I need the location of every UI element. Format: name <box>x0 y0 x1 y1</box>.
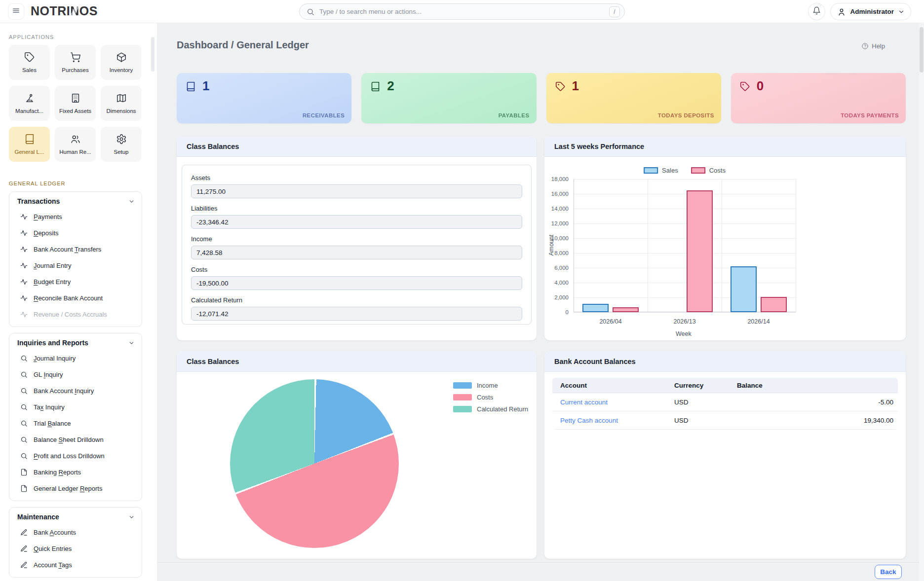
group-header-maintenance[interactable]: Maintenance <box>9 508 142 524</box>
sidebar-group-transactions: TransactionsPaymentsDepositsBank Account… <box>9 191 142 327</box>
sidebar-item-revenue-costs-accruals: Revenue / Costs Accruals <box>9 306 142 323</box>
sidebar-item-label: GL Inquiry <box>34 371 63 378</box>
sidebar: APPLICATIONS SalesPurchasesInventoryManu… <box>0 23 157 581</box>
main-content: Dashboard / General Ledger Help 1RECEIVA… <box>157 23 924 581</box>
sidebar-item-account-tags[interactable]: Account Tags <box>9 557 142 573</box>
legend-label: Costs <box>477 394 493 401</box>
form-field-costs: Costs-19,500.00 <box>191 266 522 290</box>
sidebar-item-payments[interactable]: Payments <box>9 209 142 225</box>
stat-card-todays-payments[interactable]: 0TODAYS PAYMENTS <box>731 73 906 123</box>
sidebar-item-label: Journal Entry <box>34 262 72 269</box>
group-header-transactions[interactable]: Transactions <box>9 192 142 209</box>
sidebar-item-label: General Ledger Reports <box>34 485 102 492</box>
bar-sales-2026-14 <box>731 266 757 312</box>
stat-card-payables[interactable]: 2PAYABLES <box>361 73 536 123</box>
sidebar-item-gl-inquiry[interactable]: GL Inquiry <box>9 366 142 383</box>
class-balances-fieldset: Assets11,275.00Liabilities-23,346.42Inco… <box>182 165 532 325</box>
bank-accounts-table: AccountCurrencyBalanceCurrent accountUSD… <box>552 378 898 430</box>
x-axis-tick: 2026/04 <box>583 318 638 325</box>
activity-icon <box>20 278 28 286</box>
gear-icon <box>116 134 127 145</box>
sidebar-item-bank-accounts[interactable]: Bank Accounts <box>9 524 142 541</box>
sidebar-group-maintenance: MaintenanceBank AccountsQuick EntriesAcc… <box>9 507 142 578</box>
sidebar-item-label: Bank Account Inquiry <box>34 387 94 395</box>
shortcut-key-badge: / <box>609 6 620 17</box>
search-input[interactable] <box>319 8 604 15</box>
sidebar-item-journal-entry[interactable]: Journal Entry <box>9 257 142 274</box>
stat-cards-row: 1RECEIVABLES2PAYABLES1TODAYS DEPOSITS0TO… <box>177 73 906 123</box>
notifications-button[interactable] <box>808 3 825 20</box>
sidebar-item-bank-account-transfers[interactable]: Bank Account Transfers <box>9 241 142 257</box>
page-scrollbar-thumb[interactable] <box>920 27 924 73</box>
sidebar-item-banking-reports[interactable]: Banking Reports <box>9 464 142 480</box>
x-axis-tick: 2026/13 <box>657 318 712 325</box>
sidebar-item-deposits[interactable]: Deposits <box>9 225 142 241</box>
sidebar-item-quick-entries[interactable]: Quick Entries <box>9 541 142 557</box>
field-label: Calculated Return <box>191 296 522 304</box>
form-field-income: Income7,428.58 <box>191 235 522 259</box>
form-field-assets: Assets11,275.00 <box>191 174 522 198</box>
sidebar-item-bank-account-inquiry[interactable]: Bank Account Inquiry <box>9 383 142 399</box>
app-tile-sales[interactable]: Sales <box>9 45 50 80</box>
topbar: NOTRINOS / Administrator <box>0 0 924 23</box>
field-label: Income <box>191 235 522 243</box>
sidebar-item-label: Tax Inquiry <box>34 403 65 411</box>
account-link-petty-cash-account[interactable]: Petty Cash account <box>560 417 618 424</box>
field-value-assets[interactable]: 11,275.00 <box>191 184 522 198</box>
global-search[interactable]: / <box>299 3 625 20</box>
panel-title: Class Balances <box>177 136 537 157</box>
performance-panel: Last 5 weeks Performance 02,0004,0006,00… <box>544 136 906 340</box>
panel-title: Bank Account Balances <box>544 351 906 372</box>
table-header-row: AccountCurrencyBalance <box>552 378 898 393</box>
page-scrollbar[interactable] <box>919 23 924 581</box>
menu-button[interactable] <box>8 3 24 20</box>
sidebar-item-profit-and-loss-drilldown[interactable]: Profit and Loss Drilldown <box>9 448 142 464</box>
sidebar-item-journal-inquiry[interactable]: Journal Inquiry <box>9 350 142 366</box>
sidebar-item-label: Account Tags <box>34 561 72 569</box>
sidebar-item-trial-balance[interactable]: Trial Balance <box>9 415 142 432</box>
form-field-calculated-return: Calculated Return-12,071.42 <box>191 296 522 321</box>
account-link-current-account[interactable]: Current account <box>560 399 608 406</box>
sidebar-item-label: Banking Reports <box>34 469 81 476</box>
sidebar-item-reconcile-bank-account[interactable]: Reconcile Bank Account <box>9 290 142 306</box>
sidebar-item-label: Trial Balance <box>34 420 71 427</box>
app-tile-general-l[interactable]: General L... <box>9 127 50 162</box>
sidebar-scrollbar-thumb[interactable] <box>151 37 154 72</box>
y-axis-tick: 2,000 <box>544 294 569 300</box>
column-header-balance: Balance <box>737 382 898 389</box>
app-tile-human-re[interactable]: Human Re... <box>55 127 96 162</box>
help-icon <box>861 42 869 50</box>
pie-legend-item-calculated-return: Calculated Return <box>453 405 528 413</box>
app-tile-fixed-assets[interactable]: Fixed Assets <box>55 86 96 121</box>
app-tile-inventory[interactable]: Inventory <box>101 45 142 80</box>
search-icon <box>307 8 314 16</box>
help-link[interactable]: Help <box>861 42 885 50</box>
stat-card-todays-deposits[interactable]: 1TODAYS DEPOSITS <box>546 73 721 123</box>
pencil-icon <box>20 561 28 569</box>
field-value-income[interactable]: 7,428.58 <box>191 246 522 259</box>
sidebar-item-general-ledger-reports[interactable]: General Ledger Reports <box>9 480 142 497</box>
app-tile-setup[interactable]: Setup <box>101 127 142 162</box>
field-value-costs[interactable]: -19,500.00 <box>191 276 522 290</box>
group-header-inquiries-and-reports[interactable]: Inquiries and Reports <box>9 333 142 350</box>
sidebar-item-label: Quick Entries <box>34 545 72 552</box>
sidebar-item-balance-sheet-drilldown[interactable]: Balance Sheet Drilldown <box>9 432 142 448</box>
stat-card-receivables[interactable]: 1RECEIVABLES <box>177 73 351 123</box>
class-balances-pie-panel: Class Balances IncomeCostsCalculated Ret… <box>177 351 537 559</box>
field-value-liabilities[interactable]: -23,346.42 <box>191 215 522 229</box>
balance-cell: 19,340.00 <box>737 417 898 424</box>
app-tile-manufact[interactable]: Manufact... <box>9 86 50 121</box>
app-tile-dimensions[interactable]: Dimensions <box>101 86 142 121</box>
user-menu[interactable]: Administrator <box>830 3 911 20</box>
app-tile-label: Fixed Assets <box>59 108 91 114</box>
sidebar-item-budget-entry[interactable]: Budget Entry <box>9 274 142 290</box>
app-tile-purchases[interactable]: Purchases <box>55 45 96 80</box>
sidebar-item-tax-inquiry[interactable]: Tax Inquiry <box>9 399 142 415</box>
app-tile-label: Purchases <box>62 67 88 73</box>
back-button[interactable]: Back <box>875 565 902 579</box>
field-value-calculated-return[interactable]: -12,071.42 <box>191 307 522 321</box>
person-icon <box>837 7 846 16</box>
x-axis-label: Week <box>676 330 692 337</box>
person-icon <box>837 7 846 16</box>
pencil-icon <box>20 545 28 552</box>
